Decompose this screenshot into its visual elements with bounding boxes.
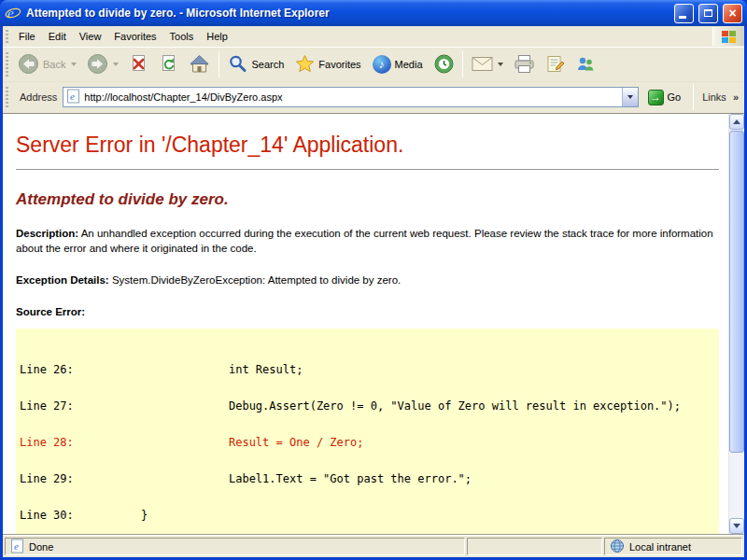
- page-icon: e: [66, 89, 80, 105]
- source-error-code-box: Line 26: int Result; Line 27: Debug.Asse…: [16, 329, 719, 534]
- search-icon: [228, 54, 247, 76]
- back-dropdown-icon[interactable]: [71, 63, 77, 66]
- menu-help[interactable]: Help: [200, 27, 234, 46]
- address-input[interactable]: [84, 88, 617, 106]
- menubar: File Edit View Favorites Tools Help: [3, 26, 744, 48]
- intranet-globe-icon: [610, 539, 625, 555]
- status-text: Done: [29, 541, 53, 553]
- svg-text:e: e: [70, 91, 75, 102]
- history-icon: [434, 54, 454, 76]
- media-label: Media: [395, 59, 424, 70]
- address-bar: Address e → Go Links »: [3, 82, 744, 114]
- maximize-button[interactable]: [698, 4, 718, 23]
- forward-icon: [87, 53, 108, 77]
- toolbar-separator: [218, 51, 219, 77]
- forward-button[interactable]: [82, 50, 123, 79]
- scroll-down-button[interactable]: [729, 518, 744, 534]
- exception-details-label: Exception Details:: [16, 274, 109, 286]
- windows-logo: [712, 27, 744, 46]
- address-label: Address: [18, 91, 57, 103]
- description-text: An unhandled exception occurred during t…: [16, 228, 713, 254]
- menu-tools[interactable]: Tools: [163, 27, 201, 46]
- print-button[interactable]: [509, 51, 540, 78]
- mail-button[interactable]: [467, 53, 508, 77]
- stop-button[interactable]: [124, 51, 153, 78]
- back-icon: [18, 53, 39, 77]
- page-title: Server Error in '/Chapter_14' Applicatio…: [16, 133, 728, 158]
- edit-icon: [545, 54, 565, 76]
- search-label: Search: [251, 59, 285, 70]
- scroll-up-button[interactable]: [729, 114, 744, 130]
- go-label: Go: [668, 91, 682, 103]
- divider: [16, 169, 719, 170]
- security-zone-pane: Local intranet: [604, 538, 742, 555]
- done-page-icon: e: [10, 539, 24, 555]
- favorites-button[interactable]: Favorites: [290, 51, 366, 78]
- arrow-down-icon: [733, 524, 740, 528]
- window-body: File Edit View Favorites Tools Help Back: [3, 26, 744, 557]
- favorites-label: Favorites: [318, 59, 361, 70]
- favorites-star-icon: [295, 54, 315, 76]
- code-line: Line 27: Debug.Assert(Zero != 0, "Value …: [20, 400, 715, 413]
- minimize-icon: [679, 16, 686, 19]
- minimize-button[interactable]: [674, 4, 694, 23]
- stop-icon: [129, 54, 148, 76]
- go-button[interactable]: → Go: [644, 88, 685, 107]
- standard-buttons-toolbar: Back Search Favorites: [3, 48, 744, 82]
- links-label[interactable]: Links: [702, 91, 726, 103]
- vertical-scrollbar[interactable]: [728, 114, 744, 534]
- print-icon: [514, 54, 535, 76]
- status-text-pane: e Done: [5, 538, 465, 555]
- arrow-up-icon: [733, 119, 740, 124]
- code-line: Line 26: int Result;: [20, 364, 715, 376]
- edit-button[interactable]: [541, 51, 570, 78]
- zone-text: Local intranet: [629, 541, 691, 553]
- links-chevron-icon[interactable]: »: [733, 91, 739, 103]
- source-error-label: Source Error:: [16, 304, 719, 319]
- scrollbar-track[interactable]: [729, 130, 744, 518]
- refresh-button[interactable]: [154, 51, 183, 78]
- menu-favorites[interactable]: Favorites: [107, 27, 162, 46]
- media-icon: ♪: [373, 55, 391, 74]
- address-dropdown-button[interactable]: [622, 88, 638, 106]
- menu-view[interactable]: View: [73, 27, 108, 46]
- exception-details-text: System.DivideByZeroException: Attempted …: [112, 274, 401, 286]
- menu-file[interactable]: File: [12, 27, 42, 46]
- svg-text:e: e: [7, 6, 14, 21]
- chevron-down-icon: [627, 95, 633, 99]
- error-subtitle: Attempted to divide by zero.: [16, 190, 728, 209]
- windows-flag-icon: [722, 31, 736, 43]
- highlighted-error-line: Line 28: Result = One / Zero;: [20, 437, 715, 449]
- forward-dropdown-icon[interactable]: [113, 63, 119, 66]
- mail-dropdown-icon[interactable]: [498, 63, 503, 66]
- ie-logo-icon: e: [5, 5, 21, 21]
- svg-text:e: e: [14, 540, 19, 552]
- toolbar-grip[interactable]: [6, 52, 8, 77]
- toolbar-grip[interactable]: [6, 87, 8, 107]
- maximize-icon: [704, 9, 712, 17]
- media-button[interactable]: ♪ Media: [368, 52, 429, 77]
- error-page: Server Error in '/Chapter_14' Applicatio…: [3, 114, 728, 534]
- description-label: Description:: [16, 228, 78, 239]
- history-button[interactable]: [430, 51, 458, 78]
- toolbar-separator: [693, 84, 694, 110]
- go-arrow-icon: →: [648, 90, 664, 105]
- scrollbar-thumb[interactable]: [729, 131, 744, 453]
- messenger-button[interactable]: [571, 51, 600, 78]
- toolbar-grip[interactable]: [6, 30, 8, 43]
- code-line: Line 29: Label1.Text = "Got past the err…: [20, 473, 715, 485]
- toolbar-separator: [462, 51, 463, 77]
- exception-details: Exception Details: System.DivideByZeroEx…: [16, 273, 719, 287]
- status-bar: e Done Local intranet: [3, 534, 744, 557]
- close-button[interactable]: ×: [723, 4, 742, 23]
- browser-viewport: Server Error in '/Chapter_14' Applicatio…: [3, 114, 744, 534]
- home-button[interactable]: [184, 51, 215, 78]
- home-icon: [189, 54, 210, 76]
- back-button[interactable]: Back: [13, 50, 81, 79]
- menu-edit[interactable]: Edit: [42, 27, 73, 46]
- status-empty-pane: [467, 538, 602, 555]
- ie-window: e Attempted to divide by zero. - Microso…: [0, 0, 747, 560]
- window-title: Attempted to divide by zero. - Microsoft…: [26, 7, 669, 20]
- search-button[interactable]: Search: [223, 51, 289, 78]
- titlebar[interactable]: e Attempted to divide by zero. - Microso…: [0, 0, 747, 26]
